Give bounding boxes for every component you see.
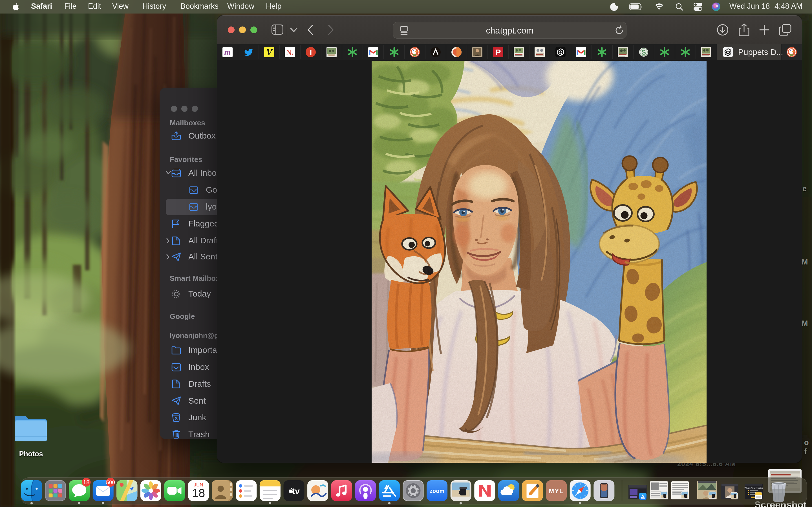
svg-text:N.: N. [286,48,294,57]
svg-text:zoom: zoom [430,488,444,494]
svg-text:S: S [642,48,646,56]
svg-text:18: 18 [83,479,89,485]
svg-text:P: P [496,48,501,57]
svg-text:V: V [266,47,273,57]
svg-text:MYL: MYL [549,488,564,495]
svg-text:m: m [224,47,231,57]
svg-text:tv: tv [292,487,300,496]
svg-text:Puppets D...: Puppets D... [738,48,783,57]
svg-text:18: 18 [192,487,205,500]
svg-text:I: I [309,48,312,57]
svg-text:What's New in Notes: What's New in Notes [745,487,763,489]
svg-text:500: 500 [106,480,115,485]
